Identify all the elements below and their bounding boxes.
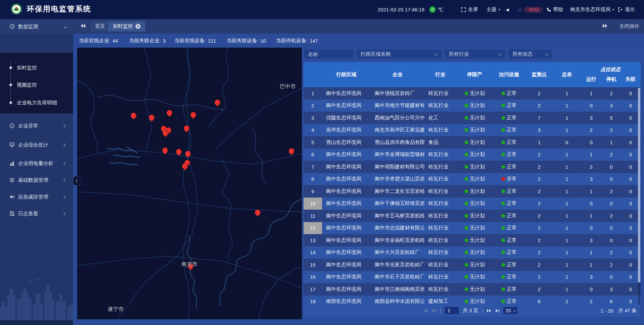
sidebar-item-power-usage-analysis[interactable]: 企业用电量分析	[0, 156, 73, 171]
table-row[interactable]: 13阆中生态环境局阆中市金福旺页岩机砖砖瓦行业无计划正常21300	[304, 234, 641, 247]
cell-region: 阆中生态环境局	[322, 283, 371, 295]
status-dot-green	[465, 116, 468, 120]
cell-index: 10	[304, 198, 322, 210]
table-row[interactable]: 7阆中生态环境局阆中明阳建材有限公司砖瓦行业无计划正常21300	[304, 161, 641, 173]
region-select[interactable]: 行政区域名称	[356, 49, 442, 59]
notifications[interactable]: 2632	[518, 0, 543, 19]
table-row[interactable]: 4高坪生态环境局南充市高坪区王家店建砖瓦行业无计划正常31220	[304, 124, 641, 137]
close-icon[interactable]: ×	[136, 24, 141, 29]
cell-limit-production: 无计划	[456, 283, 493, 295]
status-dot-green	[465, 226, 468, 230]
sidebar-item-realtime-monitor[interactable]: 实时监控	[0, 63, 73, 73]
table-row[interactable]: 3仪陇生态环境局西南油气田分公司川中化工无计划正常71350	[304, 112, 641, 124]
tab-realtime-monitor[interactable]: 实时监控 ×	[108, 21, 145, 32]
cell-company: 营山县润丰肉食品有限	[371, 136, 424, 149]
cell-industry: 化工	[424, 112, 456, 124]
tabs-scroll-left-icon[interactable]	[80, 23, 86, 29]
table-row[interactable]: 9阆中生态环境局阆中市二龙长宝页岩砖砖瓦行业无计划正常21120	[304, 185, 641, 198]
tabs-scroll-right-icon[interactable]	[602, 23, 608, 29]
col-total-meters: 总表	[553, 62, 580, 87]
total-count-label: 共 47 条	[618, 308, 637, 314]
cell-industry: 砖瓦行业	[424, 210, 456, 222]
table-scrollbar-thumb[interactable]	[638, 88, 640, 282]
cell-company: 阆中市枣碧大梁山页岩	[371, 173, 424, 185]
sidebar-item-data-monitor[interactable]: 数据监测	[0, 19, 73, 34]
cell-lost: 0	[621, 185, 641, 198]
chevron-down-icon	[545, 52, 549, 56]
theme-dropdown[interactable]: 主题▾	[486, 0, 500, 19]
table-row[interactable]: 12阆中生态环境局阆中市忠信建材有限公砖瓦行业无计划正常21003	[304, 222, 641, 234]
cell-company: 阆中大兴页岩机砖厂	[371, 247, 424, 259]
speaker-icon: ◀	[506, 7, 509, 12]
org-dropdown[interactable]: 南充市生态环境局▾	[570, 0, 614, 19]
sidebar-item-power-load-detail[interactable]: 企业电力负荷明细	[0, 98, 73, 108]
sidebar-item-enterprise-statistics[interactable]: 企业综合统计	[0, 138, 73, 152]
help-button[interactable]: 帮助	[547, 0, 563, 19]
industry-select[interactable]: 所有行业	[444, 49, 505, 59]
sidebar: 数据监测 实时监控 视频监控 企业电力负荷明细 企业异常	[0, 19, 73, 325]
app-root: 环保用电监管系统 2021-02-25 17:46:18 0 ℃ 全屏 主题▾ …	[0, 0, 644, 325]
cell-region: 阆中生态环境局	[322, 100, 371, 112]
stat-lost-devices: 当前失联设备:10	[227, 34, 266, 48]
table-row[interactable]: 6阆中生态环境局阆中市金博瑞新型墙材砖瓦行业无计划正常21120	[304, 149, 641, 161]
next-page-icon[interactable]	[487, 309, 492, 313]
cell-industry: 砖瓦行业	[424, 185, 456, 198]
table-row[interactable]: 11阆中生态环境局阆中市五马桥页岩机砖砖瓦行业无计划正常21120	[304, 210, 641, 222]
map-collapse-handle[interactable]	[73, 176, 81, 185]
sidebar-item-base-data-management[interactable]: 基础数据管理	[0, 173, 73, 187]
sidebar-item-enterprise-abnormal[interactable]: 企业异常	[0, 118, 73, 133]
close-operations-button[interactable]: 关闭操作	[619, 19, 639, 34]
cell-company: 阆中市忠信建材有限公	[371, 222, 424, 234]
table-scrollbar[interactable]	[638, 87, 640, 305]
sidebar-item-video-monitor[interactable]: 视频监控	[0, 80, 73, 90]
table-row[interactable]: 10阆中生态环境局阆中千佛镇五郎垭页岩砖瓦行业无计划正常21003	[304, 198, 641, 210]
last-page-icon[interactable]	[495, 309, 499, 313]
table-row[interactable]: 15阆中生态环境局阆中市光富页岩机砖厂砖瓦行业无计划正常21120	[304, 259, 641, 271]
page-size-select[interactable]: 20	[503, 307, 518, 315]
map-canvas[interactable]: 巴中市南充市遂宁市	[77, 48, 302, 319]
table-row[interactable]: 8阆中生态环境局阆中市枣碧大梁山页岩砖瓦行业无计划异常21300	[304, 173, 641, 185]
cell-running: 1	[580, 247, 602, 259]
map-panel: 巴中市南充市遂宁市	[77, 48, 302, 319]
sidebar-item-log-view[interactable]: 日志查看	[0, 206, 73, 221]
cell-company: 阆中强锐页岩砖厂	[371, 87, 424, 100]
page-number-input[interactable]	[444, 307, 459, 315]
cell-index: 7	[304, 161, 322, 173]
cell-monitor-points: 2	[525, 234, 553, 247]
chevron-left-icon	[64, 195, 67, 199]
table-row[interactable]: 18南部生态环境局南部县科华水泥有限公建材加工无计划正常62260	[304, 295, 641, 305]
cell-stopped: 2	[602, 210, 621, 222]
sidebar-item-emergency-reduction[interactable]: 应急减排管理	[0, 189, 73, 204]
bullet-icon	[9, 84, 12, 86]
table-row[interactable]: 16阆中生态环境局阆中市石子页岩机砖厂砖瓦行业无计划正常21300	[304, 271, 641, 283]
col-lost: 失联	[621, 76, 641, 83]
top-header: 环保用电监管系统 2021-02-25 17:46:18 0 ℃ 全屏 主题▾ …	[0, 0, 644, 19]
cell-monitor-points: 2	[525, 247, 553, 259]
table-row[interactable]: 17阆中生态环境局阆中市江南镇阆南页岩砖瓦行业无计划正常21030	[304, 283, 641, 295]
status-dot-green	[465, 141, 468, 144]
status-dot-green	[465, 153, 468, 156]
cell-company: 阆中市五马桥页岩机砖	[371, 210, 424, 222]
logout-button[interactable]: 退出	[618, 0, 635, 19]
table-row[interactable]: 5营山生态环境局营山县润丰肉食品有限食品无计划正常10010	[304, 136, 641, 149]
sound-mute-button[interactable]: ◀	[506, 0, 509, 19]
cell-industry: 砖瓦行业	[424, 222, 456, 234]
logout-icon	[618, 7, 623, 12]
cell-monitor-points: 7	[525, 112, 553, 124]
cell-region: 阆中生态环境局	[322, 87, 371, 100]
tab-home[interactable]: 首页	[90, 21, 110, 32]
company-name-input[interactable]	[304, 49, 354, 59]
cell-total-meters: 1	[553, 234, 580, 247]
table-row[interactable]: 1阆中生态环境局阆中强锐页岩砖厂砖瓦行业无计划正常21120	[304, 87, 641, 100]
prev-page-icon[interactable]	[431, 309, 436, 313]
table-row[interactable]: 2阆中生态环境局阆中市南方节能建材有砖瓦行业无计划正常21030	[304, 100, 641, 112]
fullscreen-button[interactable]: 全屏	[461, 0, 478, 19]
cell-industry: 砖瓦行业	[424, 198, 456, 210]
cell-running: 0	[580, 198, 602, 210]
first-page-icon[interactable]	[424, 309, 428, 313]
table-row[interactable]: 14阆中生态环境局阆中大兴页岩机砖厂砖瓦行业无计划正常21120	[304, 247, 641, 259]
cell-stopped: 3	[602, 283, 621, 295]
status-select[interactable]: 所有状态	[508, 49, 552, 59]
cell-lost: 0	[621, 259, 641, 271]
cell-lost: 0	[621, 234, 641, 247]
